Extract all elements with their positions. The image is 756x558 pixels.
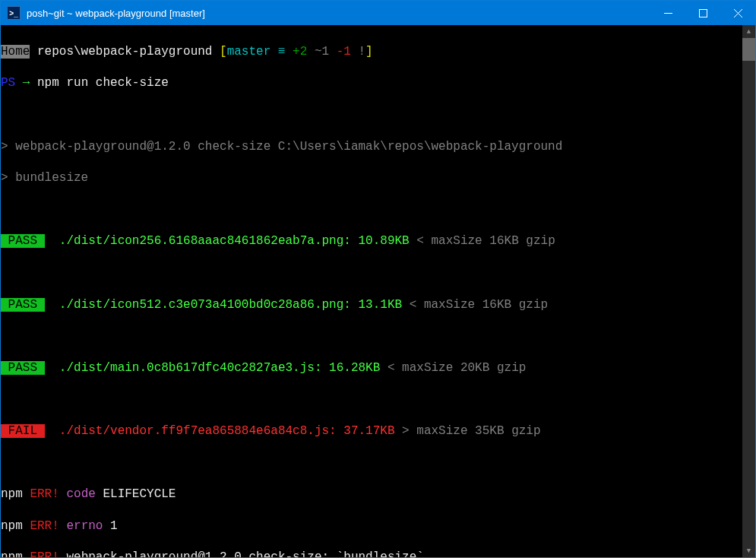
svg-rect-1 xyxy=(699,9,707,17)
npm-error-line: npm ERR! code ELIFECYCLE xyxy=(1,487,742,503)
command-line: PS → npm run check-size xyxy=(1,75,742,91)
window-title: posh~git ~ webpack-playground [master] xyxy=(27,8,650,19)
window-controls xyxy=(650,1,755,25)
status-badge: PASS xyxy=(1,234,45,248)
titlebar[interactable]: >_ posh~git ~ webpack-playground [master… xyxy=(1,1,755,25)
prompt-arrow-icon: → xyxy=(15,76,37,90)
status-badge: PASS xyxy=(1,298,45,312)
vertical-scrollbar[interactable]: ▲ ▼ xyxy=(742,25,755,557)
check-result-pass: PASS ./dist/icon512.c3e073a4100bd0c28a86… xyxy=(1,297,742,313)
status-badge: PASS xyxy=(1,361,45,375)
check-result-fail: FAIL ./dist/vendor.ff9f7ea865884e6a84c8.… xyxy=(1,423,742,439)
ps-prefix: PS xyxy=(1,76,15,90)
npm-error-line: npm ERR! webpack-playground@1.2.0 check-… xyxy=(1,550,742,557)
command-text: npm run check-size xyxy=(37,76,169,90)
npm-error-line: npm ERR! errno 1 xyxy=(1,518,742,534)
terminal-output[interactable]: Home repos\webpack-playground [master ≡ … xyxy=(1,25,742,557)
close-button[interactable] xyxy=(720,1,755,25)
prompt-line: Home repos\webpack-playground [master ≡ … xyxy=(1,44,742,60)
powershell-icon: >_ xyxy=(7,6,21,20)
scroll-down-icon[interactable]: ▼ xyxy=(742,544,755,557)
npm-runner-line: > webpack-playground@1.2.0 check-size C:… xyxy=(1,139,742,155)
npm-runner-line: > bundlesize xyxy=(1,170,742,186)
maximize-icon xyxy=(699,9,707,17)
check-result-pass: PASS ./dist/main.0c8b617dfc40c2827ae3.js… xyxy=(1,360,742,376)
prompt-home: Home xyxy=(1,45,30,59)
scroll-up-icon[interactable]: ▲ xyxy=(742,25,755,38)
minimize-button[interactable] xyxy=(650,1,685,25)
terminal-body: Home repos\webpack-playground [master ≡ … xyxy=(1,25,755,557)
minimize-icon xyxy=(664,9,672,17)
close-icon xyxy=(734,9,742,17)
check-result-pass: PASS ./dist/icon256.6168aaac8461862eab7a… xyxy=(1,233,742,249)
status-badge: FAIL xyxy=(1,424,45,438)
terminal-window: >_ posh~git ~ webpack-playground [master… xyxy=(0,0,756,558)
maximize-button[interactable] xyxy=(685,1,720,25)
scrollbar-thumb[interactable] xyxy=(742,38,755,61)
